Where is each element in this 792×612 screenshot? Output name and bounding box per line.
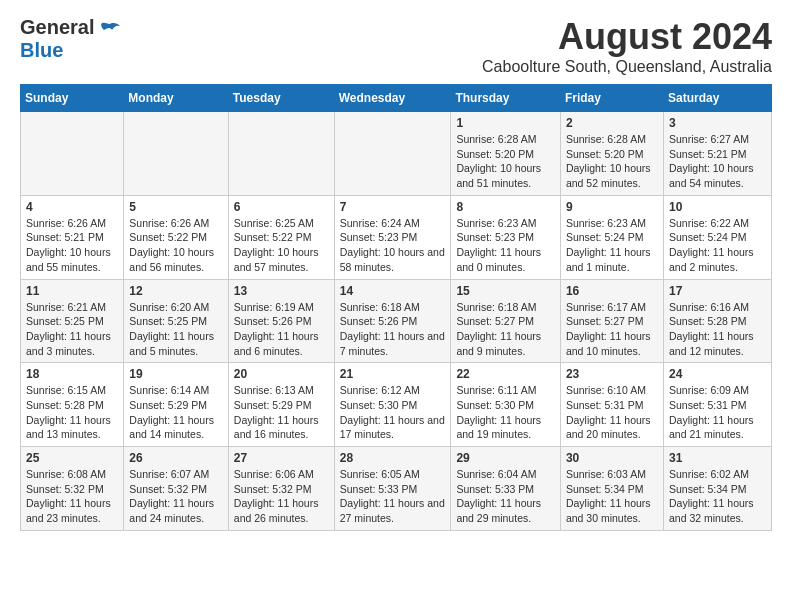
day-number: 3 (669, 116, 766, 130)
cell-text: Sunrise: 6:10 AM (566, 383, 658, 398)
calendar-cell: 25Sunrise: 6:08 AMSunset: 5:32 PMDayligh… (21, 447, 124, 531)
calendar-cell: 2Sunrise: 6:28 AMSunset: 5:20 PMDaylight… (560, 112, 663, 196)
cell-text: Sunrise: 6:12 AM (340, 383, 446, 398)
calendar-cell: 11Sunrise: 6:21 AMSunset: 5:25 PMDayligh… (21, 279, 124, 363)
cell-text: Sunrise: 6:21 AM (26, 300, 118, 315)
calendar-cell: 31Sunrise: 6:02 AMSunset: 5:34 PMDayligh… (663, 447, 771, 531)
cell-text: Sunset: 5:20 PM (456, 147, 555, 162)
logo-blue-text: Blue (20, 39, 63, 62)
calendar-cell: 4Sunrise: 6:26 AMSunset: 5:21 PMDaylight… (21, 195, 124, 279)
day-number: 26 (129, 451, 222, 465)
cell-text: Sunset: 5:22 PM (129, 230, 222, 245)
cell-text: Sunset: 5:30 PM (340, 398, 446, 413)
cell-text: Sunset: 5:25 PM (129, 314, 222, 329)
calendar-cell (228, 112, 334, 196)
cell-text: Sunset: 5:27 PM (566, 314, 658, 329)
cell-text: Sunrise: 6:23 AM (566, 216, 658, 231)
calendar-cell: 9Sunrise: 6:23 AMSunset: 5:24 PMDaylight… (560, 195, 663, 279)
day-number: 8 (456, 200, 555, 214)
calendar-cell: 15Sunrise: 6:18 AMSunset: 5:27 PMDayligh… (451, 279, 561, 363)
day-number: 17 (669, 284, 766, 298)
cell-text: Sunrise: 6:05 AM (340, 467, 446, 482)
calendar-cell: 22Sunrise: 6:11 AMSunset: 5:30 PMDayligh… (451, 363, 561, 447)
cell-text: Sunset: 5:32 PM (234, 482, 329, 497)
cell-text: Daylight: 10 hours and 55 minutes. (26, 245, 118, 274)
calendar-cell: 8Sunrise: 6:23 AMSunset: 5:23 PMDaylight… (451, 195, 561, 279)
calendar-cell: 3Sunrise: 6:27 AMSunset: 5:21 PMDaylight… (663, 112, 771, 196)
cell-text: Sunset: 5:33 PM (340, 482, 446, 497)
cell-text: Sunset: 5:22 PM (234, 230, 329, 245)
calendar-cell: 20Sunrise: 6:13 AMSunset: 5:29 PMDayligh… (228, 363, 334, 447)
cell-text: Sunset: 5:31 PM (669, 398, 766, 413)
calendar-cell: 24Sunrise: 6:09 AMSunset: 5:31 PMDayligh… (663, 363, 771, 447)
cell-text: Daylight: 11 hours and 9 minutes. (456, 329, 555, 358)
cell-text: Sunrise: 6:26 AM (129, 216, 222, 231)
day-number: 23 (566, 367, 658, 381)
day-number: 19 (129, 367, 222, 381)
cell-text: Sunrise: 6:22 AM (669, 216, 766, 231)
cell-text: Sunrise: 6:16 AM (669, 300, 766, 315)
cell-text: Daylight: 10 hours and 52 minutes. (566, 161, 658, 190)
cell-text: Sunrise: 6:23 AM (456, 216, 555, 231)
cell-text: Daylight: 11 hours and 2 minutes. (669, 245, 766, 274)
weekday-header-sunday: Sunday (21, 85, 124, 112)
cell-text: Sunset: 5:21 PM (26, 230, 118, 245)
cell-text: Daylight: 11 hours and 21 minutes. (669, 413, 766, 442)
cell-text: Daylight: 11 hours and 29 minutes. (456, 496, 555, 525)
day-number: 21 (340, 367, 446, 381)
cell-text: Sunrise: 6:26 AM (26, 216, 118, 231)
cell-text: Daylight: 11 hours and 5 minutes. (129, 329, 222, 358)
day-number: 20 (234, 367, 329, 381)
logo-bird-icon (100, 22, 120, 38)
cell-text: Sunset: 5:27 PM (456, 314, 555, 329)
cell-text: Sunset: 5:23 PM (456, 230, 555, 245)
day-number: 16 (566, 284, 658, 298)
cell-text: Sunrise: 6:03 AM (566, 467, 658, 482)
cell-text: Sunrise: 6:18 AM (340, 300, 446, 315)
day-number: 2 (566, 116, 658, 130)
cell-text: Sunrise: 6:25 AM (234, 216, 329, 231)
cell-text: Sunrise: 6:19 AM (234, 300, 329, 315)
header: General Blue August 2024 Caboolture Sout… (20, 16, 772, 76)
day-number: 9 (566, 200, 658, 214)
cell-text: Daylight: 11 hours and 16 minutes. (234, 413, 329, 442)
cell-text: Sunrise: 6:02 AM (669, 467, 766, 482)
day-number: 4 (26, 200, 118, 214)
page-title: August 2024 (482, 16, 772, 58)
cell-text: Sunset: 5:24 PM (669, 230, 766, 245)
cell-text: Sunset: 5:20 PM (566, 147, 658, 162)
cell-text: Sunrise: 6:28 AM (566, 132, 658, 147)
cell-text: Daylight: 11 hours and 14 minutes. (129, 413, 222, 442)
cell-text: Daylight: 11 hours and 10 minutes. (566, 329, 658, 358)
logo-general-text: General (20, 16, 94, 38)
calendar-cell: 16Sunrise: 6:17 AMSunset: 5:27 PMDayligh… (560, 279, 663, 363)
calendar-cell: 14Sunrise: 6:18 AMSunset: 5:26 PMDayligh… (334, 279, 451, 363)
cell-text: Daylight: 11 hours and 12 minutes. (669, 329, 766, 358)
day-number: 15 (456, 284, 555, 298)
cell-text: Sunrise: 6:07 AM (129, 467, 222, 482)
calendar-cell: 18Sunrise: 6:15 AMSunset: 5:28 PMDayligh… (21, 363, 124, 447)
logo: General Blue (20, 16, 120, 62)
day-number: 30 (566, 451, 658, 465)
weekday-header-thursday: Thursday (451, 85, 561, 112)
calendar-week-2: 4Sunrise: 6:26 AMSunset: 5:21 PMDaylight… (21, 195, 772, 279)
cell-text: Sunset: 5:31 PM (566, 398, 658, 413)
cell-text: Daylight: 11 hours and 3 minutes. (26, 329, 118, 358)
cell-text: Sunrise: 6:28 AM (456, 132, 555, 147)
cell-text: Daylight: 10 hours and 58 minutes. (340, 245, 446, 274)
cell-text: Sunrise: 6:27 AM (669, 132, 766, 147)
day-number: 24 (669, 367, 766, 381)
calendar-cell: 17Sunrise: 6:16 AMSunset: 5:28 PMDayligh… (663, 279, 771, 363)
cell-text: Sunset: 5:34 PM (566, 482, 658, 497)
calendar-cell: 21Sunrise: 6:12 AMSunset: 5:30 PMDayligh… (334, 363, 451, 447)
cell-text: Daylight: 10 hours and 51 minutes. (456, 161, 555, 190)
cell-text: Daylight: 11 hours and 17 minutes. (340, 413, 446, 442)
cell-text: Sunrise: 6:13 AM (234, 383, 329, 398)
day-number: 1 (456, 116, 555, 130)
calendar-cell: 6Sunrise: 6:25 AMSunset: 5:22 PMDaylight… (228, 195, 334, 279)
cell-text: Daylight: 11 hours and 1 minute. (566, 245, 658, 274)
weekday-header-tuesday: Tuesday (228, 85, 334, 112)
calendar-cell: 5Sunrise: 6:26 AMSunset: 5:22 PMDaylight… (124, 195, 228, 279)
calendar-cell: 27Sunrise: 6:06 AMSunset: 5:32 PMDayligh… (228, 447, 334, 531)
cell-text: Daylight: 11 hours and 13 minutes. (26, 413, 118, 442)
